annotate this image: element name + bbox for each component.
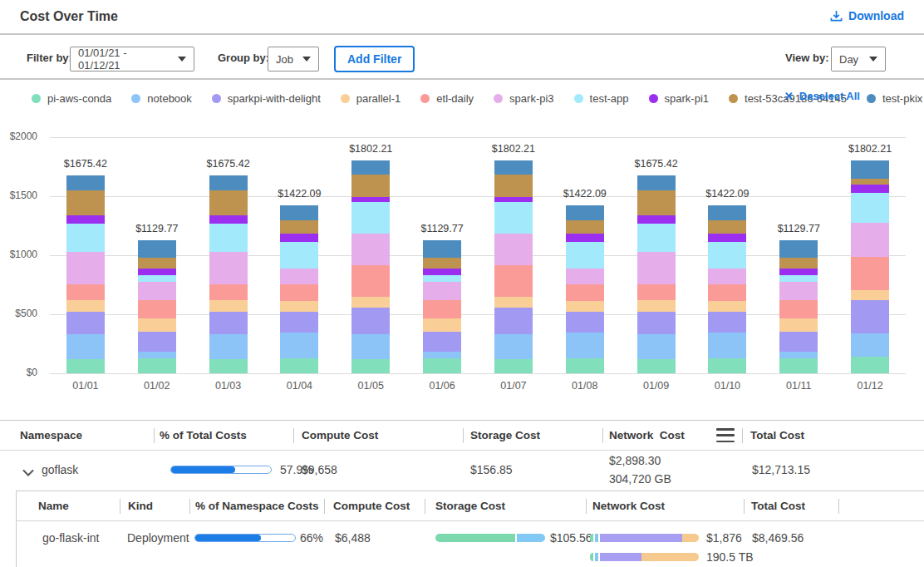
x-axis-tick: 01/09 [623,380,690,392]
compute-cost-value: $6,488 [335,531,371,545]
column-divider [602,428,603,443]
bar-segment-sparkpi-with-delight [637,312,676,334]
x-axis-tick: 01/06 [409,380,475,392]
y-axis-tick: $2000 [0,131,37,142]
namespace-name: goflask [42,463,78,476]
bar-segment-parallel-1 [351,297,390,308]
col-total-cost: Total Cost [750,429,804,441]
column-settings-icon[interactable] [716,428,735,442]
stacked-bar-01/11[interactable] [779,240,818,373]
bar-total-label: $1129.77 [124,223,190,234]
view-by-select[interactable]: Day [831,47,886,71]
bar-segment-notebook [66,334,105,359]
legend-item-sparkpi-with-delight[interactable]: sparkpi-with-delight [212,92,321,105]
legend-item-etl-daily[interactable]: etl-daily [420,92,474,105]
bar-segment-spark-pi1 [779,269,818,275]
bar-segment-test-53ca9186-64145 [280,220,318,234]
group-by-select[interactable]: Job [268,47,319,71]
legend-label: etl-daily [436,92,474,105]
column-divider [293,428,294,443]
bar-segment-test-pkix [280,205,318,220]
legend-item-test-pkix[interactable]: test-pkix [867,92,922,105]
bar-segment-notebook [351,334,390,359]
bar-segment-etl-daily [209,284,248,300]
bar-total-label: $1675.42 [52,158,119,170]
mini-bar-segment [600,553,641,561]
stacked-bar-01/02[interactable] [138,240,176,373]
bar-segment-parallel-1 [637,300,676,312]
bar-segment-pi-aws-conda [423,358,461,373]
bar-segment-test-53ca9186-64145 [209,190,248,215]
stacked-bar-01/10[interactable] [708,205,746,373]
bar-segment-test-pkix [351,160,390,175]
bar-segment-spark-pi3 [851,223,889,257]
bar-segment-spark-pi1 [280,234,318,242]
column-divider [189,499,190,514]
workload-table-header: Name Kind % of Namespace Costs Compute C… [17,491,924,521]
y-axis-tick: $0 [0,367,37,378]
gridline-$1000 [50,255,906,256]
bar-segment-parallel-1 [566,301,604,311]
column-divider [425,499,425,514]
bar-segment-spark-pi1 [637,215,676,224]
download-button[interactable]: Download [830,9,904,22]
legend-label: test-pkix [882,92,922,105]
filter-bar: Filter by: 01/01/21 - 01/12/21 Group by:… [0,37,924,80]
total-cost-value: $8,469.56 [752,531,804,545]
bar-segment-spark-pi3 [637,252,676,285]
legend-label: pi-aws-conda [47,92,111,105]
stacked-bar-01/03[interactable] [209,175,248,373]
bar-segment-notebook [851,333,889,357]
mini-bar-segment [517,534,545,542]
bar-total-label: $1422.09 [266,188,332,200]
bar-segment-sparkpi-with-delight [566,312,604,333]
table-row-go-flask-int[interactable]: go-flask-int Deployment 66% $6,488 $105.… [17,521,924,567]
gridline-$500 [50,314,906,315]
bar-segment-test-pkix [66,175,105,190]
legend-dot-icon [729,94,738,103]
table-row-goflask[interactable]: goflask 57.9% $9,658 $156.85 $2,898.30 3… [0,451,924,491]
stacked-bar-01/01[interactable] [66,175,105,373]
workload-table: Name Kind % of Namespace Costs Compute C… [16,491,924,567]
bar-segment-spark-pi1 [209,215,248,224]
storage-cost-value: $105.56 [550,531,592,545]
bar-segment-pi-aws-conda [280,358,318,373]
stacked-bar-01/06[interactable] [423,240,461,373]
gridline-$2000 [50,137,906,138]
legend-item-notebook[interactable]: notebook [131,92,192,105]
col-pct-total: % of Total Costs [160,429,247,441]
bar-segment-sparkpi-with-delight [779,332,818,352]
bar-segment-notebook [566,333,604,358]
bar-segment-test-53ca9186-64145 [779,258,818,269]
column-divider [744,499,745,514]
date-range-select[interactable]: 01/01/21 - 01/12/21 [70,47,194,71]
bar-segment-spark-pi1 [708,234,746,242]
stacked-bar-01/04[interactable] [280,205,318,373]
x-axis-tick: 01/03 [195,380,262,392]
legend-item-test-app[interactable]: test-app [574,92,629,105]
col-compute-cost: Compute Cost [333,500,410,512]
stacked-bar-01/09[interactable] [637,175,676,373]
bar-segment-parallel-1 [138,318,176,332]
add-filter-button[interactable]: Add Filter [334,46,415,72]
stacked-bar-01/07[interactable] [494,160,533,373]
bar-segment-test-pkix [423,240,461,258]
legend-item-spark-pi3[interactable]: spark-pi3 [494,92,553,105]
bar-segment-test-app [351,202,390,234]
legend-item-spark-pi1[interactable]: spark-pi1 [649,92,709,105]
chevron-down-icon[interactable] [22,466,34,481]
pct-namespace-progress [194,534,296,542]
stacked-bar-01/05[interactable] [351,160,390,373]
bar-segment-parallel-1 [209,300,248,312]
legend-dot-icon [32,94,41,103]
bar-segment-etl-daily [637,284,676,300]
download-icon [830,10,843,22]
col-network-cost: Network Cost [609,429,685,441]
deselect-all-button[interactable]: ✕ Deselect All [784,90,860,102]
legend-item-parallel-1[interactable]: parallel-1 [341,92,401,105]
stacked-bar-01/08[interactable] [566,205,604,373]
stacked-bar-01/12[interactable] [851,160,889,373]
legend-item-pi-aws-conda[interactable]: pi-aws-conda [32,92,111,105]
bar-segment-parallel-1 [494,297,533,308]
legend-dot-icon [212,94,221,103]
